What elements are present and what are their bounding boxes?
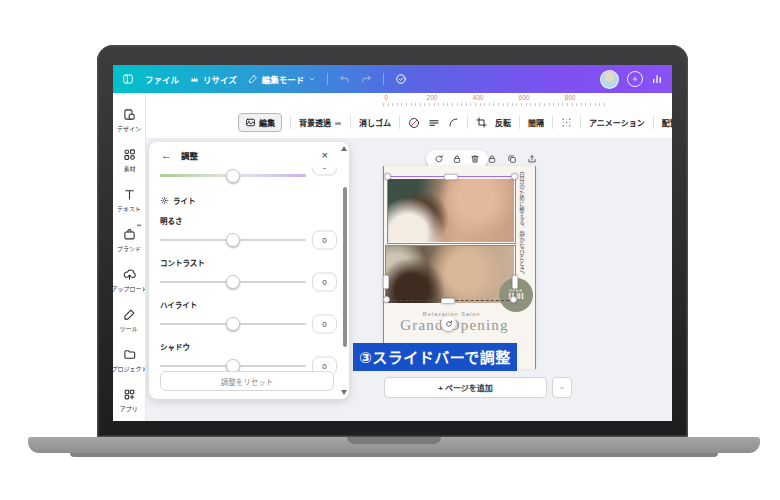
bg-remove-button[interactable]: 背景透過	[299, 117, 342, 128]
sidebar-item-label: ツール	[120, 324, 138, 333]
chevron-down-icon	[559, 384, 565, 392]
topbar-right-group	[600, 70, 663, 89]
rotate-handle[interactable]	[441, 316, 456, 331]
panel-scrollbar[interactable]	[343, 187, 347, 347]
cloud-saved-icon[interactable]	[395, 73, 407, 85]
topbar-divider-2	[383, 73, 384, 85]
draw-pen-button[interactable]	[408, 117, 420, 129]
sidebar-item-projects[interactable]: プロジェクト	[113, 341, 145, 381]
animation-button[interactable]: アニメーション	[589, 117, 645, 128]
slider-thumb[interactable]	[226, 275, 240, 289]
highlight-value[interactable]: 0	[312, 314, 337, 333]
ruler: 0 200 400 600 800	[146, 93, 672, 107]
share-button[interactable]	[527, 154, 537, 164]
chevron-down-icon	[308, 75, 316, 83]
slider-thumb[interactable]	[226, 169, 240, 183]
sidebar-item-label: アプリ	[120, 404, 138, 413]
adjust-lines-button[interactable]	[428, 117, 440, 129]
sidebar-item-design[interactable]: デザイン	[113, 100, 145, 140]
contrast-slider[interactable]	[160, 281, 306, 283]
toolbar-divider	[653, 116, 654, 129]
flip-label: 反転	[495, 117, 511, 128]
highlight-slider[interactable]	[160, 323, 306, 325]
redo-button[interactable]	[361, 74, 372, 85]
bg-remove-label: 背景透過	[299, 117, 331, 128]
file-menu[interactable]: ファイル	[145, 73, 179, 85]
home-menu-icon[interactable]	[122, 73, 134, 85]
laptop-bezel: ファイル リサイズ 編集モード	[97, 45, 688, 437]
rotate-button[interactable]	[434, 154, 444, 164]
flip-button[interactable]: 反転	[495, 117, 511, 128]
sidebar-item-label: アップロード	[113, 283, 146, 292]
back-arrow-icon[interactable]: ←	[161, 150, 172, 161]
sidebar: デザイン 素材 テキスト ブランド	[113, 93, 146, 421]
adjust-panel-body: 0 ライト 明るさ 0	[160, 168, 337, 399]
app-topbar: ファイル リサイズ 編集モード	[113, 65, 672, 93]
spacing-label: 間隔	[528, 117, 544, 128]
selection-handle[interactable]	[383, 275, 389, 289]
brightness-value[interactable]: 0	[312, 230, 337, 249]
selection-handle[interactable]	[441, 298, 455, 304]
ruler-tick: 600	[519, 94, 530, 101]
sidebar-item-elements[interactable]: 素材	[113, 140, 145, 180]
ruler-tick: 400	[473, 94, 484, 101]
sidebar-item-label: ブランド	[117, 243, 141, 252]
selection-handle[interactable]	[444, 174, 458, 180]
delete-button[interactable]	[470, 154, 480, 164]
scroll-down-arrow[interactable]	[341, 390, 347, 395]
scroll-up-arrow[interactable]	[341, 146, 347, 151]
lock-secondary-button[interactable]	[487, 154, 497, 164]
add-page-dropdown-button[interactable]	[552, 377, 572, 398]
contrast-slider-row: 0	[160, 273, 337, 290]
sidebar-item-apps[interactable]: アプリ	[113, 381, 145, 421]
sun-icon	[160, 196, 169, 205]
eraser-button[interactable]: 消しゴム	[359, 117, 391, 128]
position-button[interactable]: 配置	[662, 117, 672, 128]
sidebar-item-tools[interactable]: ツール	[113, 301, 145, 341]
canvas-page[interactable]: 自分のために整える、静かなひととき。 OPEN 11.01 Relaxation…	[383, 166, 536, 369]
sidebar-item-label: デザイン	[117, 123, 141, 132]
transparency-button[interactable]	[561, 117, 572, 128]
plus-icon	[631, 75, 639, 83]
sidebar-item-brand[interactable]: ブランド	[113, 220, 145, 260]
crown-icon	[136, 222, 142, 228]
resize-menu[interactable]: リサイズ	[190, 73, 237, 85]
slider-label: ハイライト	[160, 299, 337, 310]
sidebar-item-uploads[interactable]: アップロード	[113, 261, 145, 301]
edit-mode-menu[interactable]: 編集モード	[248, 73, 317, 85]
tint-slider[interactable]	[160, 174, 306, 177]
duplicate-button[interactable]	[507, 154, 517, 164]
selection-handle[interactable]	[510, 296, 517, 303]
add-member-button[interactable]	[627, 71, 643, 87]
tint-value[interactable]: 0	[312, 168, 337, 176]
topbar-divider	[327, 73, 328, 85]
brightness-slider[interactable]	[160, 239, 306, 241]
spacing-button[interactable]: 間隔	[528, 117, 544, 128]
add-page-button[interactable]: + ページを追加	[384, 377, 547, 398]
avatar[interactable]	[600, 70, 619, 89]
insights-button[interactable]	[651, 73, 663, 85]
slider-thumb[interactable]	[226, 233, 240, 247]
edit-button[interactable]: 編集	[238, 113, 282, 132]
close-icon[interactable]: ×	[322, 150, 328, 161]
ruler-tick: 0	[384, 94, 388, 101]
design-icon	[123, 108, 136, 121]
reset-adjustments-button[interactable]: 調整をリセット	[160, 371, 334, 391]
selection-handle[interactable]	[384, 173, 391, 180]
folder-icon	[123, 348, 136, 361]
selection-handle[interactable]	[383, 296, 390, 303]
curve-button[interactable]	[448, 117, 459, 128]
slider-thumb[interactable]	[226, 317, 240, 331]
undo-button[interactable]	[339, 74, 350, 85]
upload-icon	[123, 268, 136, 281]
step-caption: ③スライドバーで調整	[353, 343, 517, 371]
lock-button[interactable]	[452, 154, 462, 164]
sidebar-item-text[interactable]: テキスト	[113, 180, 145, 220]
contrast-value[interactable]: 0	[312, 272, 337, 291]
shadow-slider[interactable]	[160, 365, 306, 367]
crop-button[interactable]	[476, 117, 487, 128]
edit-image-icon	[245, 117, 256, 128]
toolbar-divider	[467, 116, 468, 129]
selection-handle[interactable]	[512, 275, 518, 289]
selection-handle[interactable]	[511, 173, 518, 180]
